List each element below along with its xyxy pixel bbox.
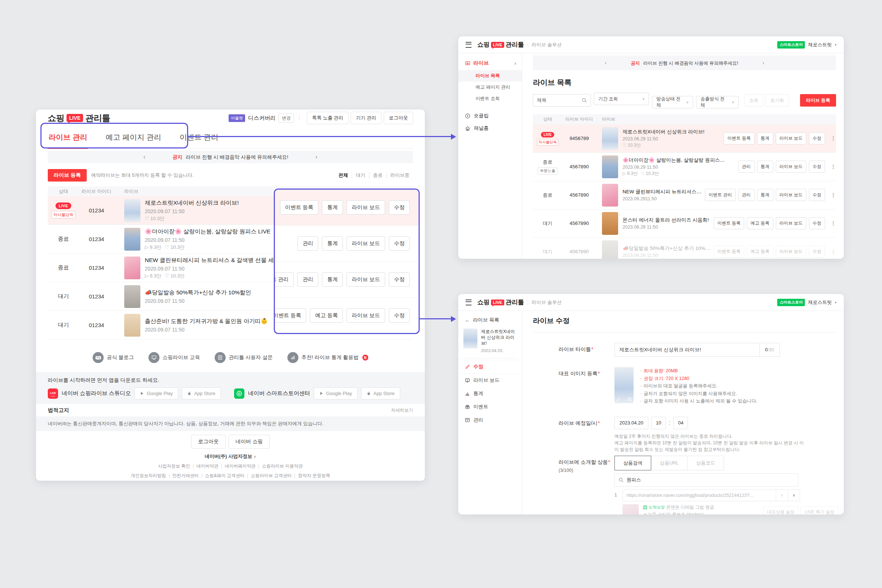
action-button[interactable]: 수정 <box>389 200 410 214</box>
sidebar-item-live[interactable]: 라이브 ∧ <box>458 56 522 70</box>
action-button[interactable]: 관리 <box>297 236 318 250</box>
more-options-icon[interactable]: ⋮ <box>831 248 836 255</box>
notice-bar[interactable]: ‹ 공지라이브 진행 시 배경음악 사용에 유의해주세요! › <box>533 56 836 70</box>
back-to-list-link[interactable]: ← 라이브 목록 <box>465 317 522 323</box>
quick-link[interactable]: 쇼핑라이브 교육 <box>148 352 200 363</box>
sidebar-sub-item[interactable]: 예고 페이지 관리 <box>458 82 522 93</box>
camera-icon[interactable] <box>627 397 632 402</box>
table-row[interactable]: 대기4567890몬스터 에너지 울트라 선라이즈 시음회!2023.06.29… <box>533 210 836 238</box>
store-name[interactable]: 제로스트릿 <box>808 42 832 48</box>
more-options-icon[interactable]: ⋮ <box>831 220 836 227</box>
filter-select[interactable]: 방송상태 전체∨ <box>652 96 693 108</box>
legal-more-link[interactable]: 자세히보기 <box>391 407 413 413</box>
action-button[interactable]: 수정 <box>389 236 410 250</box>
sidebar-sub-item[interactable]: 라이브 목록 <box>458 70 522 82</box>
action-button[interactable]: 라이브 보드 <box>346 236 385 250</box>
live-register-button[interactable]: 라이브 등록 <box>48 169 87 182</box>
quick-link[interactable]: 관리툴 사용자 설문 <box>214 352 273 363</box>
action-button[interactable]: 수정 <box>389 272 410 286</box>
representative-image[interactable] <box>615 367 634 403</box>
more-options-icon[interactable]: ⋮ <box>831 164 836 170</box>
action-button[interactable]: 이벤트 등록 <box>274 308 306 322</box>
schedule-hour-input[interactable]: 10 <box>651 417 666 429</box>
move-down-icon[interactable]: ∨ <box>788 490 800 501</box>
status-filter[interactable]: 전체 <box>335 172 352 178</box>
product-search-input[interactable]: 원피스 <box>615 473 798 487</box>
notice-next-icon[interactable]: › <box>763 60 764 66</box>
product-tab[interactable]: 상품검색 <box>615 456 651 470</box>
footer-button[interactable]: 네이버 쇼핑 <box>229 435 270 449</box>
action-button[interactable]: 라이브 보드 <box>776 160 806 173</box>
sidebar-item-라이브 보드[interactable]: 라이브 보드 <box>458 374 522 387</box>
store-name[interactable]: 제로스트릿 <box>808 299 832 306</box>
filter-select[interactable]: 송출방식 전체∨ <box>696 96 739 108</box>
product-tab[interactable]: 상품URL <box>651 456 688 470</box>
sidebar-item-이벤트[interactable]: 이벤트 <box>458 400 522 413</box>
sidebar-item[interactable]: 숏클립 <box>458 110 522 122</box>
sidebar-item-수정[interactable]: 수정 <box>458 360 522 374</box>
table-row[interactable]: 종료부분노출4567890🌸더아이잗🌸 살랑이는봄, 살랑살랑 원피스…2023… <box>533 153 836 181</box>
action-button[interactable]: 예고 등록 <box>747 246 773 258</box>
action-button[interactable]: 관리 <box>297 272 318 286</box>
schedule-minute-input[interactable]: 04 <box>673 417 688 429</box>
quick-link[interactable]: 추천! 라이브 통계 활용법N <box>287 352 368 363</box>
action-button[interactable]: 라이브 보드 <box>776 246 806 258</box>
action-button[interactable]: 라이브 보드 <box>346 308 385 322</box>
sidebar-item[interactable]: 채널홈 <box>458 122 522 135</box>
more-options-icon[interactable]: ⋮ <box>831 135 836 142</box>
action-button[interactable]: 통계 <box>322 200 343 214</box>
more-options-icon[interactable]: ⋮ <box>831 192 836 198</box>
store-download-button[interactable]: Google Play <box>135 387 178 399</box>
action-button[interactable]: 관리 <box>738 189 754 201</box>
action-button[interactable]: 수정 <box>389 308 410 322</box>
header-menu-button[interactable]: 톡톡 노출 관리 <box>307 112 348 124</box>
action-button[interactable]: 라이브 보드 <box>776 132 806 144</box>
product-action-button[interactable]: 삭제 <box>841 506 844 515</box>
status-filter[interactable]: 라이브중 <box>386 172 413 178</box>
hamburger-menu-icon[interactable] <box>466 300 471 305</box>
action-button[interactable]: 수정 <box>809 160 825 173</box>
table-row[interactable]: 대기4567890📣당일발송 50%특가+신상 추가 10%할인2023.06.… <box>533 238 836 259</box>
sidebar-item-관리[interactable]: 관리 <box>458 413 522 427</box>
header-menu-button[interactable]: 로그아웃 <box>384 112 413 124</box>
action-button[interactable]: 통계 <box>757 132 773 144</box>
table-row[interactable]: LIVE자사몰단독9456789제로스트릿X네이버 신상위크 라이브!2023.… <box>533 124 836 153</box>
footer-link[interactable]: 개인정보처리방침 <box>131 473 166 478</box>
action-button[interactable]: 라이브 보드 <box>776 217 806 230</box>
sidebar-sub-item[interactable]: 이벤트 조회 <box>458 93 522 104</box>
store-download-button[interactable]: App Store <box>182 387 221 399</box>
store-download-button[interactable]: App Store <box>361 387 400 399</box>
hamburger-menu-icon[interactable] <box>466 42 471 48</box>
action-button[interactable]: 이벤트 등록 <box>724 132 754 144</box>
action-button[interactable]: 통계 <box>322 272 343 286</box>
footer-link[interactable]: 네이버약관 <box>196 464 218 469</box>
action-button[interactable]: 예고 등록 <box>310 308 343 322</box>
table-row[interactable]: 종료4567890NEW 클린뷰티레시피 뉴트리셔스 & 갈색병 선…2023.… <box>533 181 836 210</box>
live-register-button[interactable]: 라이브 등록 <box>800 94 836 106</box>
action-button[interactable]: 수정 <box>809 246 825 258</box>
collapse-icon[interactable]: ∧ <box>514 62 517 65</box>
action-button[interactable]: 통계 <box>322 236 343 250</box>
title-search-input[interactable]: 제목 <box>533 94 591 106</box>
notice-prev-icon[interactable]: ‹ <box>143 154 145 160</box>
live-title-input[interactable]: 제로스트릿X네이버 신상위크 라이브! 0/30 <box>615 343 780 357</box>
action-button[interactable]: 예고 등록 <box>747 217 773 230</box>
action-button[interactable]: 이벤트 등록 <box>714 246 744 258</box>
filter-select[interactable]: 기간 조회∨ <box>594 93 649 105</box>
sidebar-item-통계[interactable]: 통계 <box>458 387 522 400</box>
product-action-button[interactable]: 대표상품 설정 <box>763 506 799 515</box>
status-filter[interactable]: 종료 <box>369 172 386 178</box>
notice-prev-icon[interactable]: ‹ <box>605 60 607 66</box>
action-button[interactable]: 수정 <box>809 217 825 230</box>
notice-bar[interactable]: ‹ 공지라이브 진행 시 배경음악 사용에 유의해주세요! › <box>48 151 413 163</box>
product-action-button[interactable]: LIVE 특가 설정 <box>801 506 838 515</box>
action-button[interactable]: 라이브 보드 <box>776 189 806 201</box>
action-button[interactable]: 이벤트 등록 <box>714 217 744 230</box>
action-button[interactable]: 이벤트 관리 <box>705 189 735 201</box>
change-channel-button[interactable]: 변경 <box>279 114 294 123</box>
footer-link[interactable]: 쇼핑라이브 고객센터 <box>250 473 291 478</box>
header-menu-button[interactable]: 기기 관리 <box>351 112 381 124</box>
footer-link[interactable]: 안전거래센터 <box>172 473 199 478</box>
action-button[interactable]: 이벤트 등록 <box>280 200 319 214</box>
status-filter[interactable]: 대기 <box>352 172 369 178</box>
